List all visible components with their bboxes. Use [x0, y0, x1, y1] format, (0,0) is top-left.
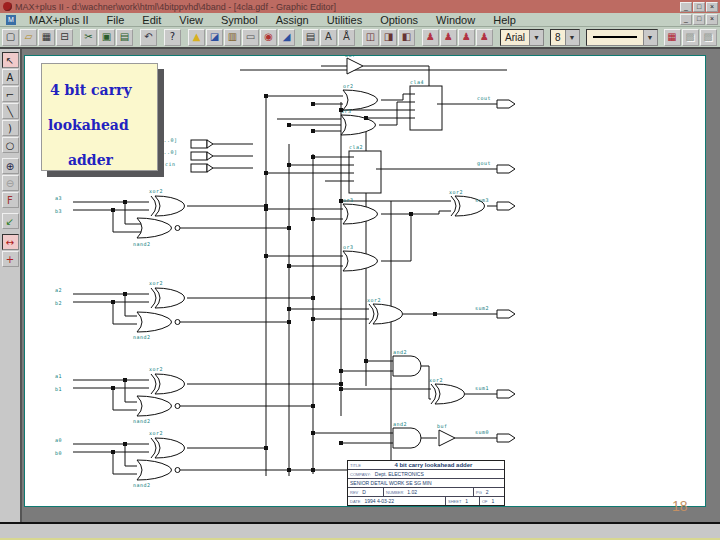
fit-in-window-tool-icon[interactable]: F: [2, 192, 19, 208]
output-pin[interactable]: [497, 165, 515, 173]
buffer-gate[interactable]: [439, 430, 455, 446]
and-gate[interactable]: [393, 428, 421, 448]
context-help-icon[interactable]: ?: [164, 29, 181, 46]
or-gate[interactable]: [343, 204, 378, 224]
app-logo-icon: [3, 2, 12, 11]
font-combo[interactable]: Arial ▼: [500, 29, 544, 46]
document-minimize-button[interactable]: _: [680, 14, 692, 25]
line-style-combo[interactable]: ▼: [586, 29, 658, 46]
new-icon[interactable]: ▢: [2, 29, 19, 46]
cut-icon[interactable]: ✂: [80, 29, 97, 46]
floorplan-editor-icon[interactable]: ◢: [278, 29, 295, 46]
copy-icon[interactable]: ▣: [98, 29, 115, 46]
or-gate[interactable]: [343, 90, 378, 110]
circle-tool-icon[interactable]: ○: [2, 137, 19, 153]
font-size-combo[interactable]: 8 ▼: [550, 29, 580, 46]
and-gate[interactable]: [393, 356, 421, 376]
menu-item-window[interactable]: Window: [427, 14, 484, 26]
hierarchy-display-icon[interactable]: ▲: [188, 29, 205, 46]
text-editor-icon[interactable]: ▭: [242, 29, 259, 46]
device-options-icon[interactable]: ▩: [700, 29, 717, 46]
input-pin[interactable]: [191, 140, 213, 148]
note-box[interactable]: 4 bit carry lookahead adder: [41, 63, 158, 171]
menu-item-edit[interactable]: Edit: [133, 14, 170, 26]
zoom-in-tool-icon[interactable]: ⊕: [2, 158, 19, 174]
input-pin[interactable]: [191, 152, 213, 160]
output-pin[interactable]: [497, 202, 515, 210]
xor-gate[interactable]: [151, 374, 185, 394]
xor-gate[interactable]: [151, 288, 185, 308]
title-bar[interactable]: MAX+plus II - d:\wachner\work\html\4bitp…: [0, 0, 720, 13]
graphic-editor-icon[interactable]: ◪: [206, 29, 223, 46]
window-minimize-button[interactable]: _: [680, 2, 692, 12]
menu-item-symbol[interactable]: Symbol: [212, 14, 267, 26]
arc-tool-icon[interactable]: ): [2, 120, 19, 136]
analysis-icon[interactable]: Å: [338, 29, 355, 46]
window-restore-button[interactable]: □: [693, 2, 705, 12]
input-pin[interactable]: [191, 164, 213, 172]
line-style-sample: [593, 36, 637, 38]
block-symbol[interactable]: [349, 151, 381, 193]
orthogonal-line-tool-icon[interactable]: ⌐: [2, 86, 19, 102]
print-icon[interactable]: ⊟: [56, 29, 73, 46]
symbol-editor-icon[interactable]: ▥: [224, 29, 241, 46]
menu-item-assign[interactable]: Assign: [267, 14, 318, 26]
window-close-button[interactable]: ×: [706, 2, 718, 12]
block-symbol[interactable]: [410, 86, 442, 130]
font-size-arrow-icon[interactable]: ▼: [565, 30, 579, 45]
rubberbanding-toggle-icon[interactable]: ↙: [2, 213, 19, 229]
message-processor-icon[interactable]: ▤: [302, 29, 319, 46]
menu-item-utilities[interactable]: Utilities: [318, 14, 371, 26]
save-icon[interactable]: ▦: [38, 29, 55, 46]
project-archive-icon[interactable]: ◨: [380, 29, 397, 46]
zoom-out-tool-icon[interactable]: ⊖: [2, 175, 19, 191]
menu-item-options[interactable]: Options: [371, 14, 427, 26]
output-pin[interactable]: [497, 434, 515, 442]
menu-item-view[interactable]: View: [170, 14, 212, 26]
project-restore-icon[interactable]: ◧: [398, 29, 415, 46]
document-close-button[interactable]: ×: [706, 14, 718, 25]
programmer-icon[interactable]: ♟: [476, 29, 493, 46]
selection-tool-icon[interactable]: ↖: [2, 52, 19, 68]
timing-analyzer-icon[interactable]: ♟: [458, 29, 475, 46]
xor-gate[interactable]: [431, 384, 465, 404]
output-pin[interactable]: [497, 390, 515, 398]
nand-gate[interactable]: [137, 218, 172, 238]
open-icon[interactable]: ▱: [20, 29, 37, 46]
simulator-icon[interactable]: ♟: [440, 29, 457, 46]
floorplan-assign-icon[interactable]: ▦: [664, 29, 681, 46]
waveform-editor-icon[interactable]: ◉: [260, 29, 277, 46]
project-save-icon[interactable]: ◫: [362, 29, 379, 46]
editor-area[interactable]: a[3..0]b[3..0]cinxor2nand2xor2nand2xor2n…: [22, 49, 720, 522]
output-pin[interactable]: [497, 100, 515, 108]
font-combo-arrow-icon[interactable]: ▼: [529, 30, 543, 45]
diagonal-line-tool-icon[interactable]: ╲: [2, 103, 19, 119]
symbol-a-icon[interactable]: A: [320, 29, 337, 46]
schematic-page[interactable]: a[3..0]b[3..0]cinxor2nand2xor2nand2xor2n…: [24, 55, 706, 507]
nand-gate[interactable]: [137, 396, 172, 416]
title-block[interactable]: TITLE 4 bit carry lookahead adder COMPAN…: [347, 460, 505, 506]
menu-item-help[interactable]: Help: [484, 14, 525, 26]
paste-icon[interactable]: ▤: [116, 29, 133, 46]
rotate-tool-icon[interactable]: +: [2, 251, 19, 267]
or-gate[interactable]: [343, 251, 378, 271]
back-annotate-icon[interactable]: ▩: [682, 29, 699, 46]
document-restore-button[interactable]: □: [693, 14, 705, 25]
undo-icon[interactable]: ↶: [140, 29, 157, 46]
xor-gate[interactable]: [151, 196, 185, 216]
window-title: MAX+plus II - d:\wachner\work\html\4bitp…: [15, 2, 676, 12]
flip-horizontal-tool-icon[interactable]: ↔: [2, 234, 19, 250]
xor-gate[interactable]: [151, 438, 185, 458]
note-line-1: 4 bit carry: [50, 73, 157, 108]
menu-item-file[interactable]: File: [98, 14, 134, 26]
buffer-gate[interactable]: [347, 58, 363, 74]
line-style-arrow-icon[interactable]: ▼: [643, 30, 657, 45]
nand-gate[interactable]: [137, 460, 172, 480]
compiler-icon[interactable]: ♟: [422, 29, 439, 46]
menu-item-max-plus-ii[interactable]: MAX+plus II: [20, 14, 98, 26]
nand-gate[interactable]: [137, 312, 172, 332]
text-tool-icon[interactable]: A: [2, 69, 19, 85]
menu-bar-items: MAX+plus IIFileEditViewSymbolAssignUtili…: [20, 14, 676, 26]
xor-gate[interactable]: [369, 304, 403, 324]
output-pin[interactable]: [497, 310, 515, 318]
